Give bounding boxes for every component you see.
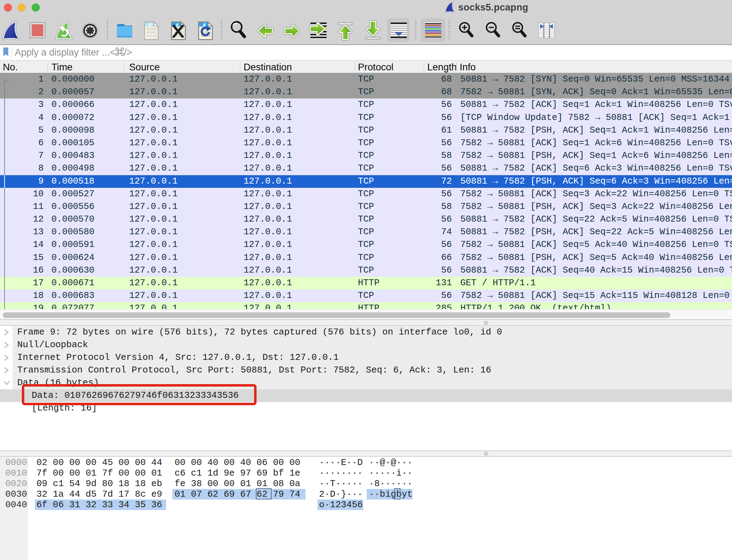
svg-text:01110: 01110 [147, 34, 157, 38]
